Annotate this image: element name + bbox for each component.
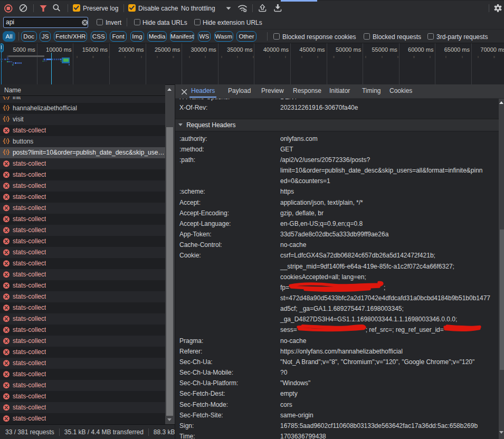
request-row[interactable]: stats-collect bbox=[0, 236, 165, 247]
request-headers-section[interactable]: Request Headers bbox=[175, 119, 499, 132]
details-tab-headers[interactable]: Headers bbox=[191, 84, 215, 99]
request-row[interactable]: stats-collect bbox=[0, 358, 165, 369]
request-row[interactable]: stats-collect bbox=[0, 402, 165, 413]
request-row[interactable]: stats-collect bbox=[0, 380, 165, 391]
import-har-icon[interactable] bbox=[259, 4, 267, 12]
invert-checkbox[interactable] bbox=[97, 19, 103, 25]
request-row[interactable]: stats-collect bbox=[0, 413, 165, 424]
section-collapse-icon[interactable] bbox=[178, 123, 183, 126]
clear-button[interactable] bbox=[19, 4, 28, 13]
request-row[interactable]: stats-collect bbox=[0, 192, 165, 203]
disable-cache-label[interactable]: Disable cache bbox=[138, 5, 178, 12]
request-row[interactable]: stats-collect bbox=[0, 336, 165, 347]
hide-data-urls-checkbox[interactable] bbox=[134, 19, 140, 25]
network-conditions-icon[interactable] bbox=[237, 4, 248, 12]
type-filter-media[interactable]: Media bbox=[147, 31, 167, 42]
record-button[interactable] bbox=[4, 4, 13, 13]
throttling-dropdown-icon[interactable] bbox=[226, 7, 231, 10]
request-row[interactable]: stats-collect bbox=[0, 347, 165, 358]
third-party-requests-label[interactable]: 3rd-party requests bbox=[436, 33, 488, 41]
request-row[interactable]: stats-collect bbox=[0, 369, 165, 380]
details-tab-preview[interactable]: Preview bbox=[261, 84, 284, 99]
details-scroll-up-arrow[interactable] bbox=[499, 101, 503, 104]
blocked-requests-checkbox[interactable] bbox=[364, 33, 370, 40]
type-filter-all[interactable]: All bbox=[3, 31, 15, 42]
disable-cache-checkbox[interactable] bbox=[128, 4, 136, 12]
type-filter-wasm[interactable]: Wasm bbox=[214, 31, 233, 42]
request-row[interactable]: stats-collect bbox=[0, 125, 165, 136]
type-filter-js[interactable]: JS bbox=[40, 31, 51, 42]
filter-button[interactable] bbox=[40, 5, 47, 12]
third-party-requests-checkbox[interactable] bbox=[427, 33, 434, 40]
request-row[interactable]: stats-collect bbox=[0, 291, 165, 302]
request-row[interactable]: stats-collect bbox=[0, 325, 165, 336]
request-row[interactable]: stats-collect bbox=[0, 313, 165, 325]
details-scrollbar[interactable] bbox=[499, 99, 504, 439]
type-filter-fetch-xhr[interactable]: Fetch/XHR bbox=[54, 31, 87, 42]
overview-activity-mark bbox=[4, 59, 6, 60]
request-row[interactable]: stats-collect bbox=[0, 280, 165, 291]
hide-extension-urls-label[interactable]: Hide extension URLs bbox=[203, 19, 262, 26]
request-row[interactable]: stats-collect bbox=[0, 302, 165, 313]
export-har-icon[interactable] bbox=[274, 4, 282, 12]
header-row: Accept-Encoding:gzip, deflate, br bbox=[175, 208, 499, 218]
details-tab-cookies[interactable]: Cookies bbox=[389, 84, 412, 99]
request-row[interactable]: hannahelizabethofficial bbox=[0, 103, 165, 114]
header-row: Pragma:no-cache bbox=[175, 336, 499, 346]
scroll-up-arrow[interactable] bbox=[167, 88, 172, 91]
request-row[interactable]: stats-collect bbox=[0, 203, 165, 214]
request-row[interactable]: stats-collect bbox=[0, 225, 165, 236]
request-row[interactable]: stats-collect bbox=[0, 158, 165, 169]
header-value: csrf=LdfcGX4Sa72db06824c657db26a5d142472… bbox=[280, 250, 490, 335]
request-row[interactable]: stats-collect bbox=[0, 169, 165, 180]
overview-activity-mark bbox=[13, 64, 13, 65]
details-scroll-down-arrow[interactable] bbox=[499, 431, 503, 434]
request-row[interactable]: stats-collect bbox=[0, 391, 165, 402]
hide-extension-urls-checkbox[interactable] bbox=[194, 19, 201, 25]
summary-separator bbox=[148, 428, 149, 436]
filter-input[interactable] bbox=[3, 17, 88, 28]
name-column-header[interactable]: Name bbox=[0, 84, 165, 96]
type-filter-manifest[interactable]: Manifest bbox=[170, 31, 194, 42]
settings-gear-icon[interactable] bbox=[493, 4, 502, 13]
details-tab-payload[interactable]: Payload bbox=[228, 84, 251, 99]
request-row[interactable]: stats-collect bbox=[0, 247, 165, 258]
request-row[interactable]: posts?limit=10&order=publish_date_desc&s… bbox=[0, 147, 165, 158]
request-row[interactable]: init bbox=[0, 97, 165, 103]
blocked-response-cookies-label[interactable]: Blocked response cookies bbox=[282, 33, 356, 41]
details-tab-response[interactable]: Response bbox=[293, 84, 321, 99]
type-filter-font[interactable]: Font bbox=[110, 31, 127, 42]
request-row[interactable]: visit bbox=[0, 114, 165, 125]
search-button[interactable] bbox=[53, 4, 60, 12]
overview-activity-mark bbox=[13, 62, 14, 64]
type-filter-css[interactable]: CSS bbox=[91, 31, 107, 42]
preserve-log-label[interactable]: Preserve log bbox=[83, 5, 118, 12]
details-tab-timing[interactable]: Timing bbox=[362, 84, 381, 99]
invert-label[interactable]: Invert bbox=[106, 19, 121, 26]
scroll-down-arrow[interactable] bbox=[167, 418, 172, 421]
request-row[interactable]: stats-collect bbox=[0, 214, 165, 225]
details-scrollbar-thumb[interactable] bbox=[500, 230, 504, 370]
request-row[interactable]: buttons bbox=[0, 136, 165, 147]
network-overview-timeline[interactable]: 5000 ms10000 ms15000 ms20000 ms25000 ms3… bbox=[0, 43, 504, 84]
throttling-select[interactable]: No throttling bbox=[181, 5, 215, 12]
type-filter-doc[interactable]: Doc bbox=[21, 31, 37, 42]
type-filter-ws[interactable]: WS bbox=[198, 31, 211, 42]
type-filter-other[interactable]: Other bbox=[236, 31, 256, 42]
requests-scrollbar-thumb[interactable] bbox=[166, 127, 173, 416]
details-tab-initiator[interactable]: Initiator bbox=[329, 84, 350, 99]
request-row[interactable]: stats-collect bbox=[0, 180, 165, 192]
blocked-requests-label[interactable]: Blocked requests bbox=[373, 33, 421, 41]
close-details-icon[interactable] bbox=[182, 89, 187, 95]
hide-data-urls-label[interactable]: Hide data URLs bbox=[142, 19, 187, 26]
summary-transferred: 35.1 kB / 4.4 MB transferred bbox=[64, 428, 144, 436]
failed-request-icon bbox=[3, 304, 10, 311]
request-row[interactable]: stats-collect bbox=[0, 269, 165, 280]
preserve-log-checkbox[interactable] bbox=[73, 4, 80, 12]
filter-clear-icon[interactable] bbox=[82, 20, 88, 26]
request-row[interactable]: stats-collect bbox=[0, 258, 165, 269]
blocked-response-cookies-checkbox[interactable] bbox=[273, 33, 280, 40]
type-filter-img[interactable]: Img bbox=[130, 31, 145, 42]
overview-activity-mark bbox=[462, 56, 463, 58]
requests-scrollbar[interactable] bbox=[165, 85, 175, 424]
